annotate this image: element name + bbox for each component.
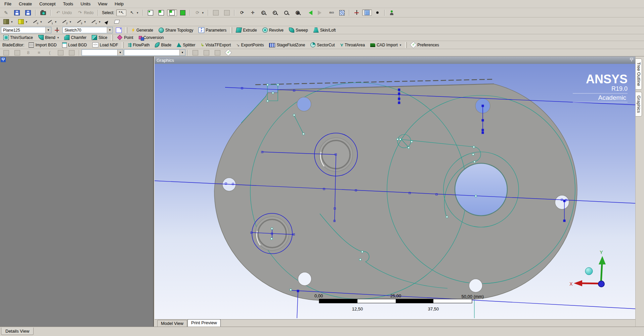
load-bgd-button[interactable]: Load BGD [60, 42, 89, 48]
side-tab-tree-outline[interactable]: Tree Outline [636, 58, 642, 90]
revolve-button[interactable]: Revolve [260, 27, 286, 33]
pin-icon[interactable] [630, 58, 633, 63]
sketch-tool-9-button[interactable] [201, 49, 212, 56]
edge-type-1-dropdown[interactable]: 1 [45, 18, 59, 25]
sketch-tool-6-button[interactable] [55, 49, 66, 56]
skin-loft-button[interactable]: Skin/Loft [311, 27, 338, 33]
sketch-tool-7-button[interactable] [67, 49, 77, 56]
edge-direction-button[interactable] [103, 19, 112, 25]
empty-combo-2[interactable]: ▼ [124, 49, 185, 56]
empty-combo-2-arrow[interactable]: ▼ [179, 50, 185, 55]
new-plane-button[interactable] [52, 27, 62, 33]
box-zoom-button[interactable] [281, 9, 292, 16]
filter-points-button[interactable] [145, 9, 156, 16]
conversion-button[interactable]: Conversion [136, 35, 166, 41]
display-vertices-button[interactable] [112, 19, 122, 24]
look-at-plane-button[interactable] [337, 9, 347, 16]
stage-fluid-zone-button[interactable]: StageFluidZone [267, 42, 307, 48]
sketch-tool-3-button[interactable]: 8 [23, 49, 33, 56]
adjacency-dropdown[interactable]: ⟳ [192, 9, 206, 16]
details-view-tab[interactable]: Details View [1, 328, 34, 335]
share-topology-button[interactable]: Share Topology [156, 27, 196, 34]
edge-type-x-dropdown[interactable]: x [89, 18, 103, 25]
sketch-tool-4-button[interactable]: ≡ [34, 49, 44, 56]
flowpath-button[interactable]: ⇶FlowPath [125, 42, 152, 48]
export-points-button[interactable]: ↘ExportPoints [234, 42, 266, 48]
save-button[interactable] [12, 9, 22, 16]
plane-combo[interactable]: Plane125 ▼ [1, 27, 51, 33]
select-mode-button[interactable]: *↖ [116, 9, 126, 16]
edge-type-2-dropdown[interactable]: 2 [59, 18, 74, 25]
zoom-in-button[interactable]: + [270, 9, 281, 16]
sketch-tool-11-button[interactable] [223, 49, 233, 56]
hole-top-left[interactable] [297, 97, 311, 111]
new-sketch-from-plane-button[interactable] [114, 27, 124, 34]
housing-plate[interactable] [214, 84, 577, 302]
empty-combo-1[interactable]: ▼ [82, 49, 123, 56]
thin-surface-button[interactable]: Thin/Surface [1, 34, 35, 41]
display-model-button[interactable] [362, 9, 372, 16]
throat-area-button[interactable]: ⋎ThroatArea [338, 42, 368, 48]
plane-combo-arrow[interactable]: ▼ [45, 27, 51, 33]
blend-dropdown[interactable]: Blend [36, 34, 61, 41]
triad-ball[interactable] [585, 267, 593, 275]
new-sketch-button[interactable]: ✎ [1, 9, 11, 16]
hole-bottom[interactable] [298, 272, 311, 286]
image-capture-button[interactable] [38, 9, 48, 16]
tab-print-preview[interactable]: Print Preview [187, 319, 221, 327]
edge-color-dropdown[interactable] [16, 18, 30, 25]
pan-button[interactable]: ✛ [248, 9, 258, 16]
slice-button[interactable]: Slice [89, 34, 110, 41]
menu-concept[interactable]: Concept [36, 0, 59, 7]
z-axis-dot[interactable] [598, 281, 604, 287]
menu-help[interactable]: Help [111, 0, 127, 7]
vista-tf-export-button[interactable]: ↳VistaTFExport [198, 42, 233, 48]
next-view-button[interactable] [315, 10, 326, 16]
extend-selection-button[interactable] [211, 9, 221, 16]
undo-button[interactable]: ↶Undo [53, 9, 74, 16]
edge-type-0-dropdown[interactable]: 0 [30, 18, 44, 25]
sector-cut-button[interactable]: SectorCut [308, 42, 337, 48]
rotate-button[interactable]: ⟳ [237, 9, 247, 16]
filter-edges-button[interactable] [156, 9, 166, 16]
parameters-button[interactable]: PPParameters [196, 27, 229, 34]
load-ndf-button[interactable]: </>Load NDF [90, 42, 121, 48]
sketch-tool-2-button[interactable] [12, 49, 23, 56]
viewports-button[interactable] [387, 10, 396, 16]
sketch-combo-arrow[interactable]: ▼ [107, 27, 113, 33]
sketch-tool-10-button[interactable] [212, 49, 223, 56]
isometric-view-button[interactable]: ISO [327, 10, 336, 15]
import-bgd-button[interactable]: Import BGD [26, 42, 59, 48]
display-point-button[interactable] [373, 9, 382, 16]
sketch-tool-8-button[interactable] [190, 49, 201, 56]
filter-faces-button[interactable] [167, 9, 177, 16]
tab-model-view[interactable]: Model View [157, 320, 187, 327]
save-as-button[interactable] [23, 9, 33, 16]
preferences-button[interactable]: Preferences [409, 42, 441, 48]
cad-import-dropdown[interactable]: CAD Import [368, 42, 403, 48]
menu-file[interactable]: File [1, 0, 15, 7]
flood-selection-button[interactable] [222, 9, 232, 16]
menu-view[interactable]: View [94, 0, 111, 7]
main-bore-hole[interactable] [455, 163, 507, 216]
filter-bodies-button[interactable] [178, 9, 188, 16]
chamfer-button[interactable]: Chamfer [62, 34, 89, 41]
select-filter-dropdown[interactable]: ↖ [127, 9, 141, 16]
zoom-button[interactable]: ± [258, 9, 269, 16]
sweep-button[interactable]: Sweep [287, 27, 310, 33]
sketch-tool-5-button[interactable]: ( [45, 49, 55, 56]
point-button[interactable]: Point [115, 34, 135, 41]
menu-tools[interactable]: Tools [59, 0, 76, 7]
empty-combo-1-arrow[interactable]: ▼ [117, 50, 123, 55]
blade-button[interactable]: Blade [153, 42, 174, 48]
menu-units[interactable]: Units [77, 0, 94, 7]
face-color-dropdown[interactable] [1, 18, 15, 25]
pin-icon[interactable] [1, 57, 6, 62]
zoom-to-fit-button[interactable]: ▣ [293, 9, 303, 16]
generate-button[interactable]: Generate [129, 27, 156, 33]
splitter-button[interactable]: Splitter [174, 42, 198, 48]
graphics-viewport[interactable]: 0,00 25,00 50,00 (mm) 12,50 37,50 Y X AN… [155, 64, 635, 319]
extrude-button[interactable]: Extrude [234, 27, 259, 33]
redo-button[interactable]: ↷Redo [75, 9, 96, 16]
edge-type-3-dropdown[interactable]: 3 [74, 18, 88, 25]
